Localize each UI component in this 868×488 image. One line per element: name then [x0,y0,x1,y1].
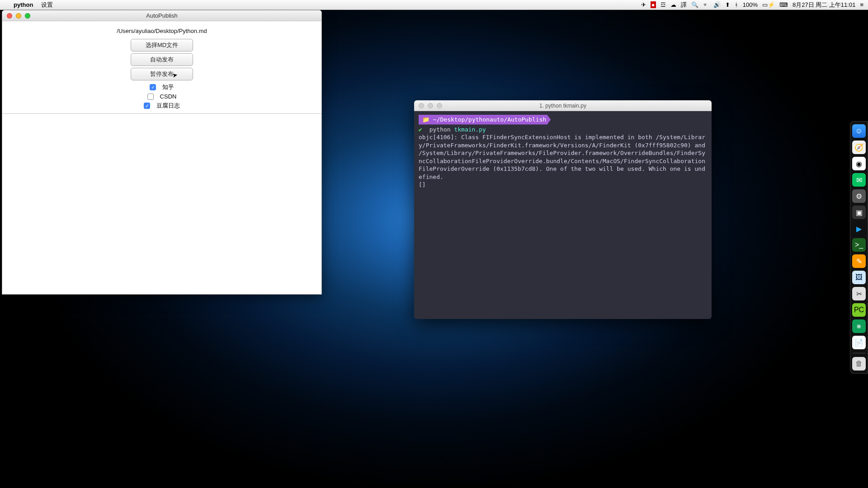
checkbox-row-douban: ✓ 豆腐日志 [144,102,180,110]
dock-wechat-icon[interactable]: ✉ [852,173,866,187]
status-icon-wechat[interactable]: ☁ [670,2,676,8]
dock-media-player-icon[interactable]: ▶ [852,222,866,235]
menu-bar: python 设置 ✈ ● ☲ ☁ 譯 🔍 ᯤ 🔊 ⬆ ᚼ 100% ▭⚡ ⌨ … [0,0,868,10]
dock-system-preferences-icon[interactable]: ⚙ [852,189,866,203]
dock-app-store-icon[interactable]: ▣ [852,206,866,219]
window-title: AutoPublish [2,12,321,19]
dock: ☺ 🧭 ◉ ✉ ⚙ ▣ ▶ >_ ✎ 🖼 ✂ PC ⎈ 📄 🗑 [850,121,868,374]
dock-finder-icon[interactable]: ☺ [852,124,866,138]
autopublish-window: AutoPublish /Users/ayuliao/Desktop/Pytho… [2,10,322,295]
file-path-label: /Users/ayuliao/Desktop/Python.md [2,25,321,39]
terminal-prompt-path-segment: 📁 ~/Desktop/pythonauto/AutoPublish [419,115,707,125]
auto-publish-button[interactable]: 自动发布 [131,53,193,66]
status-icon-recorder[interactable]: ● [651,1,656,8]
terminal-cursor: [] [419,181,707,189]
dock-utility-icon[interactable]: ✂ [852,287,866,300]
terminal-cwd: ~/Desktop/pythonauto/AutoPublish [433,116,546,123]
checkbox-row-csdn: CSDN [147,93,177,100]
dock-trash-icon[interactable]: 🗑 [852,357,866,371]
checkbox-row-zhihu: ✓ 知乎 [150,83,174,91]
dock-green-app-icon[interactable]: ⎈ [852,319,866,333]
dock-chrome-icon[interactable]: ◉ [852,157,866,170]
mouse-cursor-icon: ➤ [172,71,179,79]
terminal-prompt-command: ✔ python tkmain.py [419,126,707,134]
menu-item-settings[interactable]: 设置 [41,1,53,9]
status-icon-translate[interactable]: 譯 [681,2,687,8]
dock-separator [853,353,865,353]
dock-sublime-icon[interactable]: ✎ [852,254,866,268]
checkbox-douban[interactable]: ✓ [144,103,150,109]
checkbox-csdn[interactable] [147,94,154,100]
battery-percent[interactable]: 100% [743,1,758,8]
dock-preview-icon[interactable]: 🖼 [852,271,866,284]
status-icon-send[interactable]: ✈ [641,2,646,8]
checkbox-label-douban: 豆腐日志 [156,102,180,110]
select-md-button[interactable]: 选择MD文件 [131,39,193,52]
input-source-icon[interactable]: ⌨ [779,2,788,8]
dock-pycharm-icon[interactable]: PC [852,303,866,317]
pause-publish-button[interactable]: 暂停发布 [131,68,193,80]
dock-safari-icon[interactable]: 🧭 [852,141,866,154]
app-menu-name[interactable]: python [14,1,33,8]
dock-terminal-icon[interactable]: >_ [852,238,866,252]
terminal-window: 1. python tkmain.py 📁 ~/Desktop/pythonau… [414,100,712,319]
location-icon[interactable]: ⬆ [725,2,730,8]
checkbox-zhihu[interactable]: ✓ [150,84,156,90]
bluetooth-icon[interactable]: ᚼ [735,2,738,8]
terminal-window-title: 1. python tkmain.py [414,103,712,109]
terminal-arg: tkmain.py [454,126,486,133]
checkbox-label-zhihu: 知乎 [162,83,174,91]
terminal-cmd: python [429,126,451,133]
notification-center-icon[interactable]: ≡ [860,2,863,8]
spotlight-icon[interactable]: 🔍 [691,2,698,8]
battery-icon[interactable]: ▭⚡ [762,2,775,8]
status-icon-menubar-app1[interactable]: ☲ [660,2,666,8]
terminal-output: objc[4106]: Class FIFinderSyncExtensionH… [419,133,707,181]
checkbox-label-csdn: CSDN [160,93,177,100]
window-titlebar[interactable]: AutoPublish [2,10,321,21]
volume-icon[interactable]: 🔊 [713,2,721,8]
terminal-body[interactable]: 📁 ~/Desktop/pythonauto/AutoPublish ✔ pyt… [414,111,712,192]
terminal-titlebar[interactable]: 1. python tkmain.py [414,100,712,111]
divider [2,113,321,114]
wifi-icon[interactable]: ᯤ [703,2,709,8]
prompt-check-icon: ✔ [419,126,422,133]
date-time[interactable]: 8月27日 周二 上午11:01 [793,1,855,9]
dock-document-icon[interactable]: 📄 [852,336,866,349]
